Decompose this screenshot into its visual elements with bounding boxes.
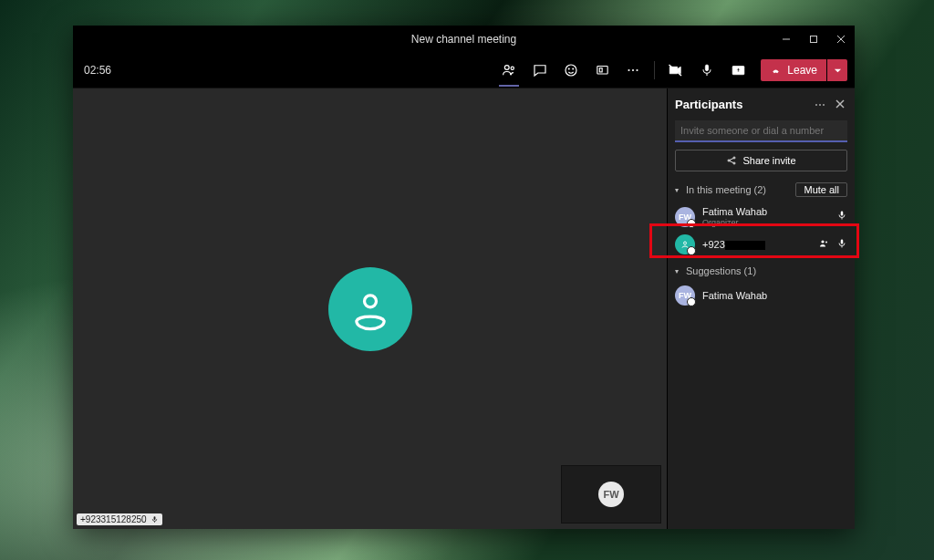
presence-dot — [687, 219, 696, 228]
redacted-text — [725, 241, 765, 250]
share-invite-button[interactable]: Share invite — [675, 150, 847, 171]
share-screen-icon[interactable] — [730, 62, 746, 78]
desktop-background: New channel meeting 02:56 — [0, 0, 934, 560]
presence-dot — [687, 246, 696, 255]
mute-all-button[interactable]: Mute all — [795, 182, 847, 197]
avatar: FW — [675, 285, 695, 306]
svg-point-6 — [566, 65, 576, 76]
window-minimize-button[interactable] — [773, 26, 800, 53]
caller-number-chip: +923315128250 — [77, 513, 162, 525]
reactions-icon[interactable] — [563, 62, 579, 78]
svg-rect-28 — [841, 212, 844, 216]
svg-point-7 — [569, 68, 570, 69]
self-video-tile[interactable]: FW — [561, 465, 661, 524]
svg-rect-1 — [811, 36, 817, 43]
participants-title: Participants — [675, 98, 813, 111]
call-timer: 02:56 — [84, 64, 111, 77]
collapse-icon: ▾ — [675, 186, 682, 194]
leave-options-button[interactable] — [827, 59, 847, 81]
video-stage: FW +923315128250 — [73, 88, 667, 529]
suggestion-row[interactable]: FW Fatima Wahab — [675, 282, 847, 309]
svg-point-18 — [364, 295, 376, 306]
svg-point-24 — [733, 157, 735, 159]
in-meeting-section[interactable]: ▾ In this meeting (2) Mute all — [675, 182, 847, 197]
remote-avatar — [328, 267, 412, 351]
svg-rect-33 — [841, 239, 844, 244]
svg-point-30 — [684, 242, 687, 244]
suggestion-name: Fatima Wahab — [702, 290, 847, 301]
participant-mic-icon — [836, 238, 847, 252]
more-actions-icon[interactable] — [625, 62, 641, 78]
svg-rect-19 — [153, 516, 155, 520]
rooms-icon[interactable] — [594, 62, 610, 78]
participant-name: Fatima Wahab — [702, 206, 829, 217]
self-avatar: FW — [598, 482, 624, 507]
suggestions-label: Suggestions (1) — [686, 265, 847, 276]
svg-point-32 — [825, 241, 827, 243]
participant-row[interactable]: FW Fatima Wahab Organizer — [675, 202, 847, 231]
window-close-button[interactable] — [827, 26, 855, 53]
svg-point-4 — [505, 66, 510, 70]
participant-mic-icon — [836, 210, 847, 223]
svg-point-23 — [728, 160, 730, 161]
chat-icon[interactable] — [532, 62, 548, 78]
participant-type-icon — [818, 238, 829, 252]
participant-role: Organizer — [702, 218, 829, 227]
svg-line-27 — [730, 161, 733, 163]
svg-point-5 — [511, 67, 514, 69]
svg-point-11 — [628, 69, 630, 71]
svg-line-26 — [730, 159, 733, 161]
participants-panel: Participants ⋯ Share invite ▾ In this me… — [667, 88, 855, 529]
avatar — [675, 234, 695, 254]
main-area: FW +923315128250 Participants ⋯ — [73, 88, 855, 529]
svg-point-12 — [632, 69, 634, 71]
meeting-window: New channel meeting 02:56 — [73, 26, 855, 529]
leave-button-label: Leave — [787, 64, 817, 77]
in-meeting-label: In this meeting (2) — [686, 184, 795, 195]
svg-rect-15 — [706, 65, 709, 71]
collapse-icon: ▾ — [675, 267, 682, 275]
svg-point-8 — [573, 68, 574, 69]
suggestions-section[interactable]: ▾ Suggestions (1) — [675, 265, 847, 276]
svg-point-13 — [637, 69, 638, 71]
participant-name: +923 — [702, 239, 811, 250]
window-title: New channel meeting — [73, 33, 855, 46]
meeting-toolbar: 02:56 — [73, 53, 855, 88]
participants-icon[interactable] — [501, 62, 517, 78]
titlebar: New channel meeting — [73, 26, 855, 53]
window-maximize-button[interactable] — [800, 26, 827, 53]
camera-off-icon[interactable] — [668, 62, 684, 78]
svg-rect-10 — [599, 67, 602, 71]
avatar: FW — [675, 207, 695, 227]
share-invite-label: Share invite — [742, 155, 795, 166]
svg-point-25 — [733, 162, 735, 164]
svg-point-31 — [821, 240, 824, 243]
panel-more-icon[interactable]: ⋯ — [813, 99, 827, 111]
presence-dot — [687, 297, 696, 306]
invite-input[interactable] — [675, 120, 847, 142]
participant-row[interactable]: +923 — [675, 231, 847, 258]
panel-close-icon[interactable] — [833, 99, 847, 111]
leave-button[interactable]: Leave — [761, 59, 826, 81]
caller-number-text: +923315128250 — [80, 514, 147, 524]
microphone-icon[interactable] — [699, 62, 715, 78]
